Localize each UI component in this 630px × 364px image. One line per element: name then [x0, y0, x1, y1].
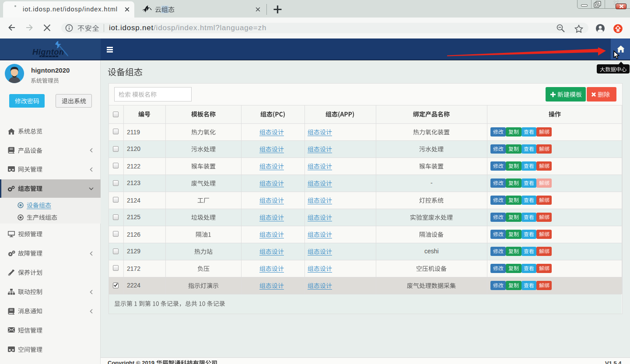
- svg-text:Hignton: Hignton: [32, 47, 64, 56]
